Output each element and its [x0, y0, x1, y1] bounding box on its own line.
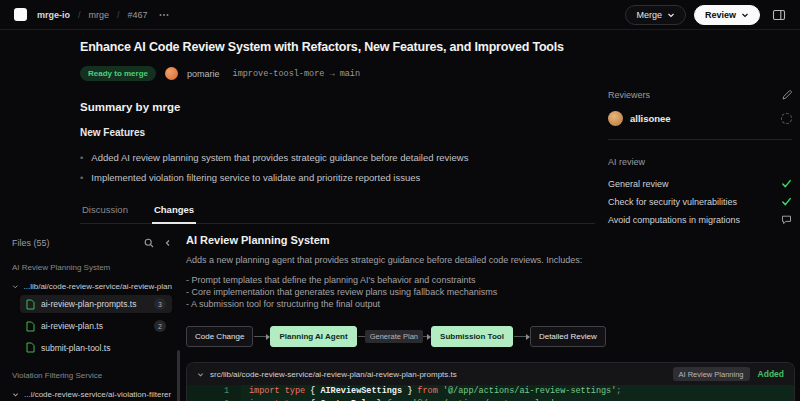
diff-code-block[interactable]: 1 import type { AIReviewSettings } from …: [187, 385, 794, 401]
check-icon: [781, 196, 792, 207]
pr-status-row: Ready to merge pomarie improve-toosl-mor…: [80, 66, 595, 81]
bullet-text: Implemented violation filtering service …: [91, 168, 420, 188]
branch-info: improve-toosl-more → main: [233, 69, 361, 79]
check-icon: [781, 178, 792, 189]
search-icon[interactable]: [144, 238, 154, 248]
folder-path: ...i/code-review-service/ai-violation-fi…: [24, 390, 171, 399]
code-line: 1 import type { AIReviewSettings } from …: [187, 385, 794, 398]
review-pending-icon: [781, 113, 792, 124]
chevron-down-icon: [12, 283, 19, 290]
reviewer-identity: allisonee: [608, 111, 671, 126]
change-point: - Core implementation that generates rev…: [186, 286, 795, 298]
code-token: }: [402, 386, 417, 396]
breadcrumb: mrge-io / mrge / #467: [37, 9, 170, 21]
breadcrumb-separator: /: [78, 10, 81, 20]
file-group-label: AI Review Planning System: [12, 263, 172, 272]
code-token: '@/app/actions/ai-review-settings': [443, 386, 616, 396]
chevron-down-icon: [197, 371, 204, 378]
topbar-left: mrge-io / mrge / #467: [14, 8, 170, 21]
reviewer-avatar: [608, 111, 623, 126]
flow-diagram: Code Change Planning AI Agent Generate P…: [186, 326, 795, 347]
changes-workspace: Files (55) AI Review Planning System ...…: [0, 226, 800, 401]
file-row[interactable]: submit-plan-tool.ts: [20, 339, 172, 356]
diff-file-header[interactable]: src/lib/ai/code-review-service/ai-review…: [187, 363, 794, 385]
chevron-down-icon: [741, 11, 749, 19]
code-token: {: [310, 386, 320, 396]
comment-icon: [781, 214, 792, 225]
pr-sidebar: Reviewers allisonee AI review General re…: [608, 90, 792, 225]
file-tree-header: Files (55): [12, 238, 172, 248]
app-root: mrge-io / mrge / #467 Merge Review: [0, 0, 800, 401]
diff-file-path: src/lib/ai/code-review-service/ai-review…: [210, 370, 457, 379]
ai-review-item[interactable]: Avoid computations in migrations: [608, 214, 792, 225]
ai-review-list: General review Check for security vulner…: [608, 178, 792, 225]
review-button-label: Review: [705, 10, 736, 20]
list-item: •Implemented violation filtering service…: [80, 168, 595, 188]
file-tree-actions: [144, 238, 172, 248]
breadcrumb-repo[interactable]: mrge: [89, 10, 110, 20]
file-row[interactable]: ai-review-plan-prompts.ts 3: [20, 295, 172, 313]
files-count-label: Files (55): [12, 238, 50, 248]
ai-review-item-label: Check for security vulnerabilities: [608, 197, 737, 207]
file-row[interactable]: ai-review-plan.ts 2: [20, 317, 172, 335]
file-name: ai-review-plan-prompts.ts: [41, 299, 136, 309]
edit-reviewers-icon[interactable]: [782, 90, 792, 100]
summary-bullet-list: •Added AI review planning system that pr…: [80, 148, 595, 188]
merge-button-label: Merge: [636, 10, 662, 20]
change-group-title: AI Review Planning System: [186, 234, 795, 246]
divider: [608, 139, 792, 140]
change-description: Adds a new planning agent that provides …: [186, 255, 795, 265]
topbar: mrge-io / mrge / #467 Merge Review: [0, 0, 800, 30]
toggle-sidebar-icon[interactable]: [772, 8, 786, 22]
comment-count-badge: 3: [154, 298, 166, 310]
breadcrumb-org[interactable]: mrge-io: [37, 10, 70, 20]
more-icon[interactable]: [158, 9, 170, 21]
file-icon: [26, 299, 35, 310]
scrollbar[interactable]: [177, 350, 180, 401]
code-token: import type: [249, 386, 310, 396]
file-icon: [26, 342, 35, 353]
review-button[interactable]: Review: [694, 5, 760, 25]
new-features-heading: New Features: [80, 127, 595, 138]
reviewer-row[interactable]: allisonee: [608, 111, 792, 126]
tab-changes[interactable]: Changes: [152, 204, 196, 224]
file-name: ai-review-plan.ts: [41, 321, 103, 331]
file-icon: [26, 321, 35, 332]
pr-tabs: Discussion Changes: [80, 204, 595, 224]
changes-main: AI Review Planning System Adds a new pla…: [186, 234, 795, 401]
list-item: •Added AI review planning system that pr…: [80, 148, 595, 168]
folder-row[interactable]: ...i/code-review-service/ai-violation-fi…: [12, 390, 172, 399]
breadcrumb-pr-number[interactable]: #467: [128, 10, 148, 20]
collapse-panel-icon[interactable]: [164, 239, 172, 247]
change-point: - A submission tool for structuring the …: [186, 298, 795, 310]
merge-button[interactable]: Merge: [625, 5, 686, 25]
diff-group-tag: AI Review Planning: [673, 367, 750, 381]
ai-review-item-label: General review: [608, 179, 669, 189]
tab-discussion[interactable]: Discussion: [80, 204, 130, 223]
app-logo[interactable]: [14, 8, 27, 21]
diff-card: src/lib/ai/code-review-service/ai-review…: [186, 362, 795, 401]
flow-edge-line: [358, 336, 365, 337]
ai-review-item-label: Avoid computations in migrations: [608, 215, 740, 225]
folder-row[interactable]: ...lib/ai/code-review-service/ai-review-…: [12, 282, 172, 291]
topbar-actions: Merge Review: [625, 5, 786, 25]
diff-status-badge: Added: [758, 369, 784, 379]
ai-review-item[interactable]: Check for security vulnerabilities: [608, 196, 792, 207]
ai-review-item[interactable]: General review: [608, 178, 792, 189]
folder-path: ...lib/ai/code-review-service/ai-review-…: [24, 282, 173, 291]
change-point: - Prompt templates that define the plann…: [186, 274, 795, 286]
flow-node-submission-tool: Submission Tool: [431, 326, 513, 347]
flow-node-detailed-review: Detailed Review: [530, 326, 606, 347]
bullet-icon: •: [80, 148, 83, 168]
author-avatar[interactable]: [165, 67, 178, 80]
author-name[interactable]: pomarie: [187, 69, 220, 79]
diff-header-badges: AI Review Planning Added: [673, 367, 785, 381]
code-line: 2 import type { CustomRule } from '@/app…: [187, 398, 794, 401]
flow-arrow: [254, 336, 269, 337]
reviewer-name: allisonee: [630, 113, 671, 124]
code-token: AIReviewSettings: [320, 386, 402, 396]
chevron-down-icon: [12, 391, 19, 398]
code-text: import type { AIReviewSettings } from '@…: [241, 386, 621, 396]
breadcrumb-separator: /: [117, 10, 120, 20]
line-number: 1: [187, 385, 241, 398]
